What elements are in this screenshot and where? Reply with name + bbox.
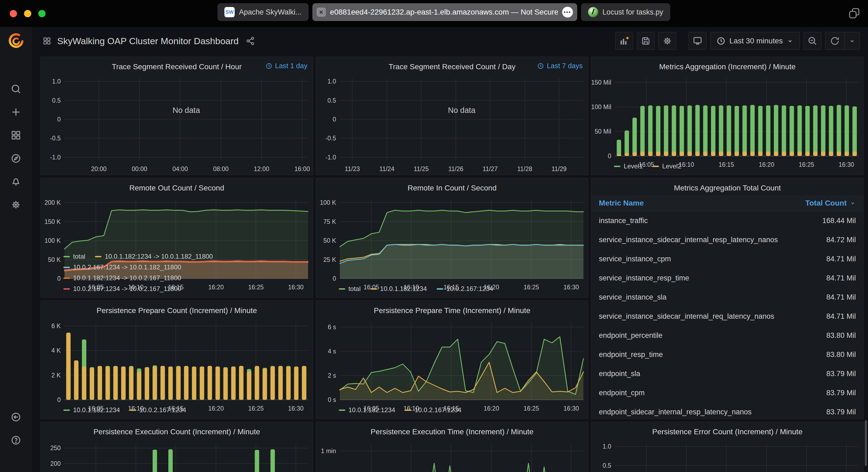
legend-item[interactable]: 10.0.2.167:1234 -> 10.0.1.182_11800 (63, 262, 181, 272)
help-icon[interactable] (10, 435, 21, 446)
minimize-window-button[interactable] (24, 10, 31, 17)
apps-grid-icon[interactable] (42, 37, 51, 45)
legend-item[interactable]: 10.0.2.167:1234 -> 10.0.2.167_11800 (63, 284, 181, 294)
configuration-gear-icon[interactable] (10, 199, 21, 210)
panel-remote-out: Remote Out Count / Second 200 K150 K100 … (40, 178, 313, 298)
panel-title[interactable]: Persistence Prepare Time (Increment) / M… (374, 306, 530, 315)
chart-svg: 1 min40 s20 s0 s16:0516:1016:1516:2016:2… (316, 439, 588, 472)
chart-persistence-error-count: 1.00.50-0.5-1.016:0516:1016:1516:2016:25… (591, 439, 863, 472)
legend-color-dash (63, 288, 70, 290)
panel-title[interactable]: Remote Out Count / Second (129, 184, 224, 192)
table-row: service_instance_sidecar_internal_req_la… (591, 307, 863, 326)
close-window-button[interactable] (10, 10, 17, 17)
panel-title[interactable]: Metrics Aggregation Total Count (674, 184, 781, 192)
chart-svg: 6 K4 K2 K016:0516:1016:1516:2016:2516:30 (41, 318, 313, 414)
close-tab-icon[interactable]: × (317, 7, 326, 17)
legend-item[interactable]: 10.0.1.182:1234 (370, 284, 427, 294)
svg-text:16:00: 16:00 (294, 165, 310, 172)
svg-text:04:00: 04:00 (173, 165, 188, 172)
total-count-cell: 84.71 Mil (826, 274, 856, 282)
svg-text:No data: No data (173, 106, 200, 114)
svg-text:1.0: 1.0 (602, 443, 611, 450)
panel-title[interactable]: Trace Segment Received Count / Day (389, 63, 516, 71)
time-range-picker[interactable]: Last 30 minutes (710, 32, 800, 50)
time-override-badge: Last 1 day (266, 62, 308, 70)
svg-text:2 s: 2 s (328, 372, 336, 379)
panel-persistence-execution-time: Persistence Execution Time (Increment) /… (316, 422, 589, 472)
zoom-window-button[interactable] (38, 10, 45, 17)
search-icon[interactable] (10, 83, 21, 94)
panel-title[interactable]: Metrics Aggregation (Increment) / Minute (659, 63, 796, 71)
skywalking-icon: SW (224, 7, 235, 17)
svg-text:11/25: 11/25 (413, 165, 429, 172)
panel-title[interactable]: Persistence Execution Count (Increment) … (93, 428, 260, 436)
grafana-logo[interactable] (8, 33, 24, 48)
tab-active-dashboard[interactable]: × e0881eed4-22961232.ap-east-1.elb.amazo… (312, 3, 577, 21)
total-count-cell: 84.71 Mil (826, 255, 856, 263)
svg-text:50 K: 50 K (323, 237, 336, 244)
legend-item[interactable]: Level2 (652, 161, 681, 171)
dashboards-icon[interactable] (10, 130, 21, 141)
tab-skywalking[interactable]: SW Apache SkyWalki... (217, 3, 309, 21)
legend-item[interactable]: 10.0.2.167:1234 (405, 405, 462, 415)
chart-persistence-prepare-count: 6 K4 K2 K016:0516:1016:1516:2016:2516:30 (41, 318, 313, 405)
panel-metrics-aggregation: Metrics Aggregation (Increment) / Minute… (591, 57, 864, 175)
tv-cycle-button[interactable] (689, 32, 707, 50)
legend-item[interactable]: 10.0.1.182:1234 -> 10.0.2.167_11800 (63, 273, 181, 283)
table-row: service_instance_resp_time84.71 Mil (591, 269, 863, 288)
legend-item[interactable]: Level1 (614, 161, 643, 171)
column-header-metric-name[interactable]: Metric Name (599, 199, 644, 207)
svg-text:75 K: 75 K (323, 218, 336, 225)
panel-title[interactable]: Trace Segment Received Count / Hour (112, 63, 242, 71)
svg-text:20:00: 20:00 (91, 165, 107, 172)
legend-color-dash (339, 288, 345, 290)
legend-color-dash (405, 409, 411, 411)
refresh-interval-dropdown[interactable] (844, 32, 860, 49)
legend-item[interactable]: 10.0.1.182:1234 -> 10.0.1.182_11800 (95, 251, 213, 261)
legend-item[interactable]: 10.0.1.182:1234 (339, 405, 396, 415)
legend-color-dash (63, 277, 70, 279)
explore-compass-icon[interactable] (10, 153, 21, 164)
legend-item[interactable]: total (339, 284, 361, 294)
chart-svg: 150 Mil100 Mil50 Mil016:0516:1016:1516:2… (591, 74, 863, 171)
svg-text:200: 200 (51, 460, 61, 467)
tab-locust[interactable]: Locust for tasks.py (581, 3, 670, 21)
legend-item[interactable]: 10.0.2.167:1234 (130, 405, 186, 415)
legend-item[interactable]: 10.0.2.167:1234 (437, 284, 493, 294)
alerting-bell-icon[interactable] (10, 176, 21, 187)
save-dashboard-button[interactable] (637, 32, 655, 50)
column-header-total-count[interactable]: Total Count (805, 199, 856, 207)
chart-metrics-aggregation: 150 Mil100 Mil50 Mil016:0516:1016:1516:2… (591, 74, 863, 161)
svg-text:150 Mil: 150 Mil (591, 79, 611, 86)
dashboard-settings-button[interactable] (658, 32, 676, 50)
refresh-dashboard-button[interactable] (826, 32, 844, 49)
page-scrollbar[interactable] (865, 420, 867, 466)
panel-title[interactable]: Remote In Count / Second (408, 184, 497, 192)
add-panel-button[interactable] (615, 32, 633, 50)
legend-color-dash (95, 256, 101, 257)
chart-svg: 6 s4 s2 s0 s16:0516:1016:1516:2016:2516:… (316, 318, 588, 414)
svg-text:100 Mil: 100 Mil (591, 103, 611, 110)
metric-name-cell: service_instance_sidecar_internal_req_la… (599, 312, 774, 321)
tab-options-icon[interactable]: ••• (562, 7, 573, 18)
grafana-app: SkyWalking OAP Cluster Monitor Dashboard… (0, 27, 868, 472)
svg-text:0: 0 (333, 275, 336, 282)
zoom-out-time-button[interactable] (804, 32, 822, 50)
legend-item[interactable]: 10.0.1.182:1234 (63, 405, 120, 415)
panel-title[interactable]: Persistence Error Count (Increment) / Mi… (652, 428, 802, 436)
legend-item[interactable]: total (63, 251, 85, 261)
svg-text:0: 0 (57, 396, 61, 403)
main-area: SkyWalking OAP Cluster Monitor Dashboard… (32, 27, 868, 472)
chart-remote-in: 100 K75 K50 K25 K016:0516:1016:1516:2016… (316, 195, 588, 283)
panel-title[interactable]: Persistence Prepare Count (Increment) / … (97, 306, 257, 315)
tab-overview-icon[interactable] (848, 7, 861, 20)
sign-out-icon[interactable] (10, 412, 21, 423)
svg-text:25 K: 25 K (323, 256, 336, 263)
svg-text:50 Mil: 50 Mil (595, 128, 611, 135)
svg-text:0.5: 0.5 (328, 97, 336, 104)
svg-text:6 K: 6 K (51, 323, 61, 330)
panel-title[interactable]: Persistence Execution Time (Increment) /… (371, 428, 533, 436)
add-icon[interactable] (10, 107, 21, 117)
share-icon[interactable] (246, 36, 255, 45)
metric-name-cell: service_instance_sidecar_internal_resp_l… (599, 236, 778, 244)
